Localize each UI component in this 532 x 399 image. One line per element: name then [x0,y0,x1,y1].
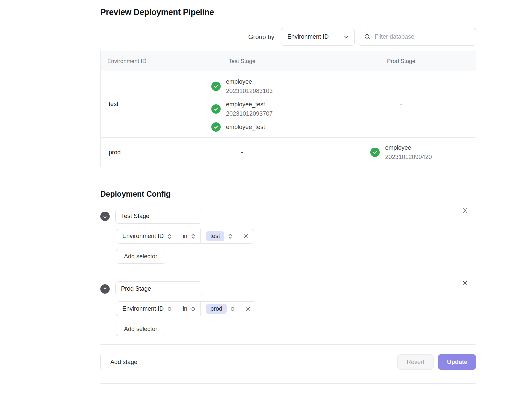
database-version: 20231012093707 [226,109,273,118]
footer-actions: Add stage Revert Update [100,354,476,370]
remove-selector-button[interactable] [238,229,254,243]
selector-operator-select[interactable]: in [177,302,200,316]
column-header-environment: Environment ID [101,51,158,71]
filter-database-box[interactable] [359,28,476,46]
success-check-icon [370,148,380,157]
up-down-caret-icon [230,306,235,312]
arrow-down-icon [100,212,110,221]
database-name: employee_test [226,122,265,132]
pipeline-toolbar: Group by Environment ID [100,28,476,46]
stage-config-test: Environment ID in test Add sel [100,209,476,264]
deployment-config-title: Deployment Config [100,190,476,199]
selector-row: Environment ID in test [116,229,254,244]
remove-stage-button[interactable] [461,279,469,288]
stage-config-prod: Environment ID in prod Add sel [100,281,476,336]
group-by-label: Group by [248,33,274,41]
add-selector-button[interactable]: Add selector [116,249,165,264]
up-down-caret-icon [191,233,195,239]
filter-database-input[interactable] [375,33,471,40]
environment-label: prod [101,137,158,167]
pipeline-table: Environment ID Test Stage Prod Stage tes… [100,51,476,167]
arrow-up-icon [100,284,110,294]
database-name: employee [226,77,273,86]
revert-button[interactable]: Revert [397,354,434,370]
main-content: Preview Deployment Pipeline Group by Env… [100,0,476,384]
group-by-select[interactable]: Environment ID [281,28,355,46]
selector-value-select[interactable]: test [200,229,238,243]
database-version: 20231012083103 [226,86,273,96]
database-item: employee_test [211,122,265,132]
value-tag: prod [206,304,227,314]
column-header-test-stage: Test Stage [158,51,327,71]
selector-value-select[interactable]: prod [200,302,240,316]
prod-stage-cell: - [327,71,476,137]
up-down-caret-icon [167,233,172,239]
search-icon [364,33,371,40]
test-stage-cell: employee 20231012083103 employee_test 20… [158,71,327,137]
section-divider [100,272,476,272]
stage-name-input[interactable] [115,209,202,224]
database-name: employee [385,143,432,152]
up-down-caret-icon [167,306,172,312]
database-version: 20231012090420 [385,152,432,162]
selector-key-select[interactable]: Environment ID [116,302,177,316]
remove-stage-button[interactable] [461,206,469,215]
success-check-icon [211,82,221,91]
table-row-test: test employee 20231012083103 [101,71,476,137]
chevron-down-icon [343,34,349,40]
selector-key-select[interactable]: Environment ID [116,229,177,243]
database-item: employee 20231012090420 [370,143,432,162]
empty-stage-dash: - [400,101,402,107]
success-check-icon [211,122,221,132]
bottom-divider [100,383,476,384]
empty-stage-dash: - [241,149,243,156]
up-down-caret-icon [191,306,195,312]
selector-operator-select[interactable]: in [177,229,200,243]
group-by-value: Environment ID [287,33,329,40]
page-title: Preview Deployment Pipeline [100,7,476,17]
value-tag: test [206,231,224,241]
section-divider [100,344,476,345]
stage-name-input[interactable] [115,281,202,296]
add-selector-button[interactable]: Add selector [116,322,165,336]
table-header-row: Environment ID Test Stage Prod Stage [101,51,476,71]
database-item: employee_test 20231012093707 [211,100,273,118]
selector-row: Environment ID in prod [116,301,256,316]
database-item: employee 20231012083103 [211,77,273,96]
test-stage-cell: - [158,137,327,167]
prod-stage-cell: employee 20231012090420 [327,137,476,167]
update-button[interactable]: Update [438,354,476,370]
up-down-caret-icon [228,233,232,239]
add-stage-button[interactable]: Add stage [100,354,147,370]
success-check-icon [211,104,221,114]
table-row-prod: prod - employee 20231012090420 [101,137,476,167]
remove-selector-button[interactable] [240,302,256,316]
database-name: employee_test [226,100,273,109]
environment-label: test [101,71,158,137]
column-header-prod-stage: Prod Stage [327,51,476,71]
